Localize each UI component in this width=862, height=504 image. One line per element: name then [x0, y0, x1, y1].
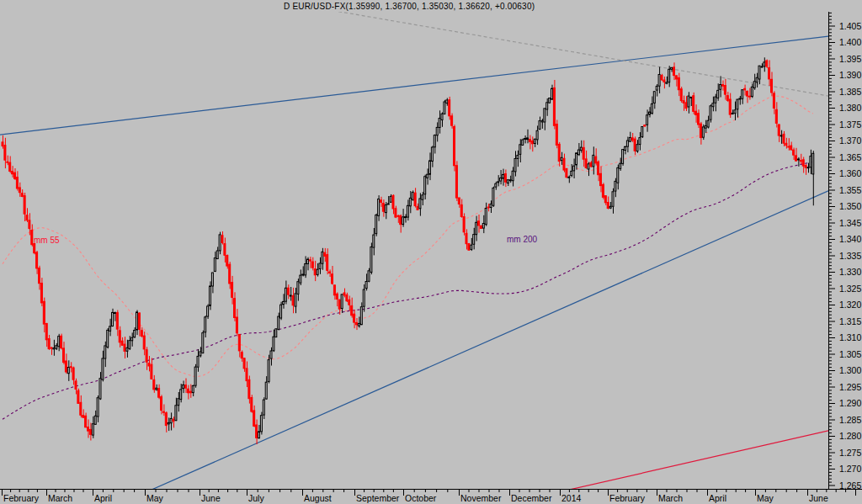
- candle-body: [671, 67, 673, 69]
- candle-body: [63, 348, 65, 363]
- candle-body: [729, 99, 731, 114]
- candle-body: [812, 153, 814, 174]
- candle-body: [82, 416, 84, 418]
- y-axis-label: 1.265: [839, 480, 861, 491]
- candle-body: [790, 146, 792, 150]
- candle-body: [715, 97, 716, 103]
- candle-body: [480, 225, 482, 228]
- y-axis-label: 1.330: [839, 267, 861, 277]
- candle-body: [99, 379, 101, 399]
- candle-body: [756, 77, 758, 82]
- candle-body: [290, 295, 291, 296]
- candle-body: [634, 139, 636, 151]
- candle-body: [260, 416, 262, 432]
- candle-body: [593, 155, 594, 167]
- candle-body: [458, 198, 460, 204]
- candle-body: [265, 382, 267, 399]
- candle-body: [441, 114, 443, 119]
- price-chart-canvas[interactable]: 1.4051.4001.3951.3901.3851.3801.3751.370…: [0, 0, 862, 504]
- candle-body: [675, 76, 677, 79]
- candle-body: [680, 89, 682, 101]
- candle-body: [156, 388, 157, 390]
- candle-body: [168, 422, 169, 424]
- candle-body: [646, 115, 648, 125]
- candle-body: [178, 399, 179, 406]
- candle-body: [764, 62, 765, 66]
- candle-body: [226, 256, 228, 267]
- candle-body: [639, 138, 641, 145]
- candle-body: [402, 217, 404, 225]
- candle-body: [9, 162, 11, 171]
- y-axis-label: 1.305: [839, 349, 861, 359]
- candle-body: [187, 389, 189, 393]
- candle-body: [424, 177, 426, 194]
- candle-body: [263, 400, 264, 415]
- candle-body: [580, 147, 582, 151]
- candle-body: [380, 200, 382, 203]
- candle-body: [236, 317, 237, 333]
- chart-title: D EUR/USD-FX(1.35990, 1.36700, 1.35030, …: [284, 2, 535, 11]
- candle-body: [26, 215, 28, 220]
- candle-body: [651, 103, 652, 113]
- candle-body: [451, 116, 453, 125]
- candle-body: [797, 159, 799, 160]
- candle-body: [141, 331, 142, 337]
- candle-body: [773, 93, 774, 109]
- candle-body: [455, 166, 457, 198]
- candle-body: [563, 158, 565, 170]
- candle-body: [202, 333, 204, 353]
- candle-body: [695, 111, 697, 114]
- candle-body: [370, 247, 372, 272]
- candle-body: [80, 402, 82, 415]
- candle-body: [375, 215, 377, 234]
- candle-body: [668, 69, 670, 82]
- x-axis-month-label: April: [709, 493, 726, 503]
- candle-body: [346, 294, 348, 300]
- candle-body: [522, 140, 524, 145]
- candle-body: [583, 147, 584, 159]
- candle-body: [7, 162, 8, 162]
- candle-body: [192, 385, 194, 392]
- candle-body: [795, 156, 797, 161]
- x-axis-month-label: June: [201, 493, 221, 503]
- candle-body: [625, 146, 626, 150]
- candle-body: [14, 172, 16, 178]
- candle-body: [500, 178, 502, 182]
- candle-body: [88, 427, 89, 432]
- candle-body: [134, 331, 136, 337]
- candle-body: [189, 391, 191, 393]
- candle-body: [449, 100, 450, 116]
- candle-body: [51, 347, 52, 348]
- candle-body: [16, 178, 18, 189]
- candle-body: [234, 299, 236, 318]
- candle-body: [536, 130, 538, 140]
- y-axis-label: 1.405: [839, 21, 861, 31]
- candle-body: [285, 288, 286, 301]
- candle-body: [390, 196, 391, 202]
- candle-body: [295, 294, 296, 306]
- y-axis-label: 1.350: [839, 201, 861, 211]
- candle-body: [409, 198, 411, 205]
- candle-body: [341, 294, 343, 309]
- candle-body: [270, 351, 272, 358]
- candle-body: [810, 157, 811, 167]
- y-axis-label: 1.270: [839, 464, 861, 474]
- candle-body: [39, 268, 40, 284]
- candle-body: [534, 139, 535, 143]
- x-axis-month-label: March: [658, 493, 683, 503]
- candle-body: [224, 244, 226, 256]
- candle-body: [629, 138, 631, 142]
- candle-body: [802, 160, 804, 166]
- candle-body: [407, 205, 408, 217]
- candle-body: [463, 217, 465, 232]
- candle-body: [185, 385, 187, 389]
- candle-body: [604, 196, 606, 203]
- candle-body: [67, 368, 69, 374]
- candle-body: [121, 341, 123, 345]
- candle-body: [65, 361, 67, 372]
- x-axis-month-label: February: [3, 493, 40, 503]
- candle-body: [43, 301, 45, 324]
- candle-body: [712, 103, 714, 107]
- candle-body: [183, 385, 184, 388]
- candle-body: [444, 102, 445, 114]
